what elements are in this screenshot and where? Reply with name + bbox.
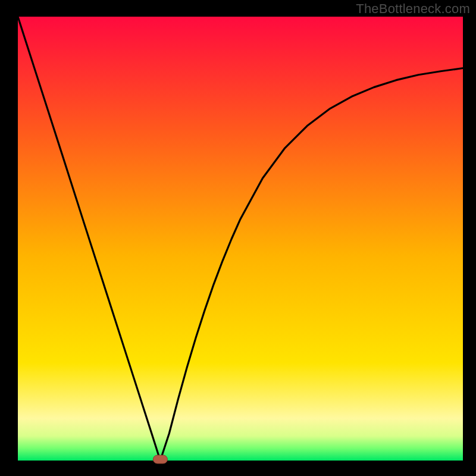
watermark-text: TheBottleneck.com	[356, 1, 470, 17]
bottleneck-chart	[0, 0, 476, 476]
optimum-marker	[153, 455, 167, 464]
plot-area	[18, 17, 463, 461]
chart-frame: TheBottleneck.com	[0, 0, 476, 476]
